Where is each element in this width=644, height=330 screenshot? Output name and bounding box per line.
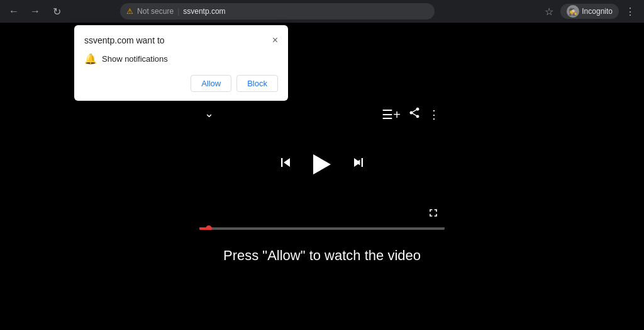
play-icon — [313, 154, 331, 174]
notification-popup: ssventp.com want to × 🔔 Show notificatio… — [74, 25, 288, 101]
fullscreen-button[interactable] — [427, 207, 440, 222]
reload-button[interactable]: ↻ — [48, 3, 65, 20]
not-secure-label: Not secure — [137, 7, 174, 16]
progress-bar[interactable] — [199, 227, 445, 230]
popup-buttons: Allow Block — [84, 75, 278, 92]
queue-icon[interactable]: ☰+ — [382, 107, 401, 122]
warning-icon: ⚠ — [126, 7, 133, 16]
play-button[interactable] — [309, 152, 335, 177]
browser-chrome: ← → ↻ ⚠ Not secure | ssventp.com ☆ 🕵 Inc… — [0, 0, 644, 23]
more-options-icon[interactable]: ⋮ — [428, 108, 440, 122]
progress-dot — [206, 225, 212, 230]
bell-icon: 🔔 — [84, 53, 97, 65]
video-player: ⌄ ☰+ ⋮ — [199, 101, 445, 230]
address-separator: | — [177, 7, 179, 16]
minimize-button[interactable]: ⌄ — [204, 106, 214, 120]
url-text: ssventp.com — [183, 7, 225, 16]
main-content: ssventp.com want to × 🔔 Show notificatio… — [0, 23, 644, 330]
progress-fill — [199, 227, 206, 230]
browser-menu-button[interactable]: ⋮ — [621, 3, 639, 20]
share-icon[interactable] — [408, 106, 421, 122]
incognito-avatar-icon: 🕵 — [567, 5, 579, 18]
star-icon: ☆ — [545, 6, 553, 18]
permission-text: Show notifications — [102, 54, 168, 64]
video-center-controls — [277, 152, 367, 177]
chevron-down-icon: ⌄ — [204, 107, 214, 120]
incognito-button[interactable]: 🕵 Incognito — [560, 4, 619, 19]
incognito-label: Incognito — [582, 7, 613, 16]
block-button[interactable]: Block — [236, 75, 278, 92]
popup-permission-row: 🔔 Show notifications — [84, 53, 278, 65]
back-button[interactable]: ← — [5, 3, 23, 20]
allow-button[interactable]: Allow — [191, 75, 231, 92]
popup-header: ssventp.com want to × — [84, 35, 278, 45]
popup-title: ssventp.com want to — [84, 35, 165, 45]
popup-close-button[interactable]: × — [272, 35, 278, 45]
skip-forward-button[interactable] — [350, 154, 367, 175]
skip-back-button[interactable] — [277, 154, 294, 175]
menu-icon: ⋮ — [625, 6, 635, 18]
video-top-controls: ☰+ ⋮ — [382, 106, 440, 122]
video-area: ⌄ ☰+ ⋮ — [199, 101, 445, 227]
forward-button[interactable]: → — [26, 3, 44, 20]
browser-actions: ☆ 🕵 Incognito ⋮ — [540, 3, 639, 20]
bookmark-button[interactable]: ☆ — [540, 3, 558, 20]
address-bar[interactable]: ⚠ Not secure | ssventp.com — [120, 3, 435, 20]
cta-text: Press "Allow" to watch the video — [223, 248, 421, 264]
